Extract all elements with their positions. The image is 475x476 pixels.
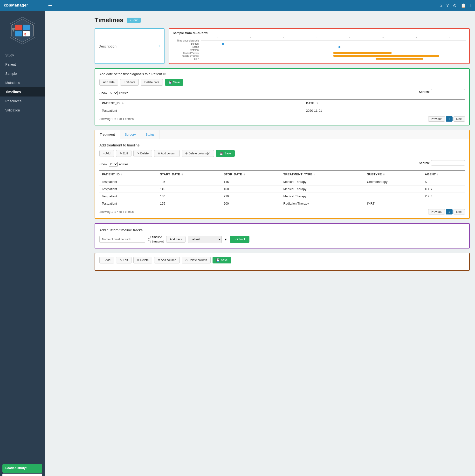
bottom-delete-button[interactable]: ✕ Delete [133, 257, 152, 263]
add-row-button[interactable]: + Add [99, 150, 114, 157]
edit-row-button[interactable]: ✎ Edit [116, 150, 132, 157]
table-row: Testpatient 125 200 Radiation Therapy IM… [99, 200, 465, 207]
home-icon[interactable]: ⌂ [440, 3, 442, 8]
col-pid[interactable]: PATIENT_ID⇅ [99, 170, 157, 178]
pagination-btns: Previous 1 Next [428, 116, 465, 122]
chart-track-radiation [201, 55, 466, 57]
add-column-button[interactable]: ⊕ Add column [154, 150, 180, 157]
r2-subtype [365, 186, 423, 193]
sidebar-item-patient[interactable]: Patient [0, 60, 45, 69]
delete-date-button[interactable]: Delete date [141, 79, 163, 86]
top-row: Description + Sample from cBioPortal − 0… [95, 28, 470, 64]
chart-row-radiation: Radiation Therapy [173, 55, 466, 57]
col-type[interactable]: TREATMENT_TYPE⇅ [281, 170, 365, 178]
clipboard-icon[interactable]: 📋 [461, 3, 466, 8]
edit-date-button[interactable]: Edit date [120, 79, 139, 86]
col-agent[interactable]: AGENT⇅ [423, 170, 465, 178]
col-date[interactable]: DATE ⇅ [304, 99, 465, 107]
r4-start: 125 [157, 200, 221, 207]
bottom-add-button[interactable]: + Add [99, 257, 114, 263]
r1-agent: X [423, 178, 465, 186]
radio-group: timeline timepoint [148, 236, 164, 243]
tab-next-button[interactable]: Next [454, 209, 465, 215]
hamburger-button[interactable]: ☰ [48, 3, 52, 8]
track-name-input[interactable] [99, 236, 145, 243]
sample-chart: 01234567 Time since diagnosis Surgery St… [173, 36, 466, 60]
tab-status[interactable]: Status [141, 130, 160, 139]
radio-timepoint-input[interactable] [148, 240, 151, 243]
loaded-study-label: Loaded study: [2, 464, 42, 473]
next-button[interactable]: Next [454, 116, 465, 122]
tab-surgery[interactable]: Surgery [120, 130, 141, 139]
svg-rect-3 [23, 25, 30, 30]
track-select[interactable]: labtest [188, 236, 222, 243]
bottom-add-col-button[interactable]: ⊕ Add column [154, 257, 180, 263]
diagnosis-title: Add date of the first diagnosis to a Pat… [99, 72, 465, 76]
tab-prev-button[interactable]: Previous [428, 209, 445, 215]
sidebar-item-timelines[interactable]: Timelines [0, 87, 45, 97]
tour-button[interactable]: ? Tour [127, 17, 140, 23]
tab-entries-select[interactable]: 2551050 [109, 162, 118, 167]
radio-timepoint[interactable]: timepoint [148, 240, 164, 243]
cbp-logo: R [8, 16, 37, 45]
topbar: ☰ ⌂ ? ⊙ 📋 ℹ [45, 0, 475, 11]
bottom-delete-col-button[interactable]: ⊖ Delete column [182, 257, 211, 263]
col-patient-id[interactable]: PATIENT_ID ⇅ [99, 99, 304, 107]
cell-patient-id: Testpatient [99, 107, 304, 114]
tab-page-1-button[interactable]: 1 [446, 209, 453, 215]
add-date-button[interactable]: Add date [99, 79, 118, 86]
svg-rect-2 [15, 25, 22, 30]
save-diagnosis-button[interactable]: 💾 Save [165, 79, 183, 86]
github-icon[interactable]: ⊙ [453, 3, 457, 8]
delete-row-button[interactable]: ✕ Delete [133, 150, 152, 157]
entries-select[interactable]: 5102550 [109, 91, 118, 95]
delete-columns-button[interactable]: ⊖ Delete column(s) [182, 150, 214, 157]
bottom-save-button[interactable]: 💾 Save [213, 257, 231, 263]
status-dot [339, 46, 340, 48]
cell-date: 2020-11-01 [304, 107, 465, 114]
help-icon[interactable]: ? [446, 3, 449, 8]
tab-search-input[interactable] [431, 160, 465, 166]
col-stop[interactable]: STOP_DATE⇅ [221, 170, 281, 178]
radio-timeline-input[interactable] [148, 236, 151, 239]
info-icon[interactable]: ℹ [470, 3, 472, 8]
sidebar-item-validation[interactable]: Validation [0, 106, 45, 115]
col-start[interactable]: START_DATE⇅ [157, 170, 221, 178]
medical-bar [333, 52, 392, 54]
tab-pagination-btns: Previous 1 Next [428, 209, 465, 215]
sidebar-item-mutations[interactable]: Mutations [0, 78, 45, 87]
tab-btn-row: + Add ✎ Edit ✕ Delete ⊕ Add column ⊖ Del… [99, 150, 465, 157]
sidebar-item-sample[interactable]: Sample [0, 69, 45, 78]
r2-agent: X + Y [423, 186, 465, 193]
col-subtype[interactable]: SUBTYPE⇅ [365, 170, 423, 178]
chart-track-surgery [201, 43, 466, 45]
edit-track-button[interactable]: Edit track [230, 236, 249, 243]
show-entries-row: Show 5102550 entries [99, 91, 129, 95]
tab-search-row: Search: [419, 160, 465, 166]
save-tab-button[interactable]: 💾 Save [216, 150, 235, 157]
radio-timeline[interactable]: timeline [148, 236, 164, 239]
description-add-icon[interactable]: + [158, 43, 161, 49]
add-track-button[interactable]: Add track [166, 236, 186, 243]
page-title-row: Timelines ? Tour [95, 17, 470, 24]
minimize-icon[interactable]: − [464, 31, 466, 35]
sidebar-item-resources[interactable]: Resources [0, 97, 45, 106]
sidebar-item-study[interactable]: Study [0, 51, 45, 60]
chart-label-time: Time since diagnosis [173, 39, 199, 42]
r1-type: Medical Therapy [281, 178, 365, 186]
r3-subtype [365, 193, 423, 200]
prev-button[interactable]: Previous [428, 116, 445, 122]
page-1-button[interactable]: 1 [446, 116, 453, 122]
chart-row-radx: Rad_X [173, 58, 466, 60]
chart-row-status: Status [173, 46, 466, 48]
description-box[interactable]: Description + [95, 28, 165, 64]
save-icon-bottom: 💾 [216, 258, 220, 262]
chart-track-treatment [201, 49, 466, 51]
bottom-edit-button[interactable]: ✎ Edit [116, 257, 132, 263]
tab-treatment[interactable]: Treatment [95, 130, 120, 139]
search-input[interactable] [431, 89, 465, 94]
chart-axis: 01234567 [201, 36, 466, 39]
r2-stop: 160 [221, 186, 281, 193]
diagnosis-btn-row: Add date Edit date Delete date 💾 Save [99, 79, 465, 86]
r4-stop: 200 [221, 200, 281, 207]
